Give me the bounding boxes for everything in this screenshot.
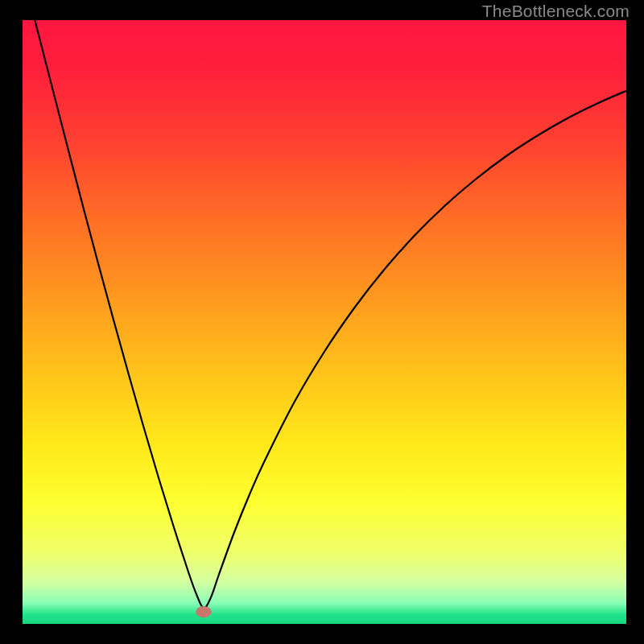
chart-svg — [23, 20, 626, 624]
plot-area — [23, 20, 626, 624]
optimal-point-marker — [196, 606, 212, 617]
gradient-background — [23, 20, 626, 624]
chart-frame: TheBottleneck.com — [0, 0, 644, 644]
watermark-text: TheBottleneck.com — [482, 2, 630, 21]
